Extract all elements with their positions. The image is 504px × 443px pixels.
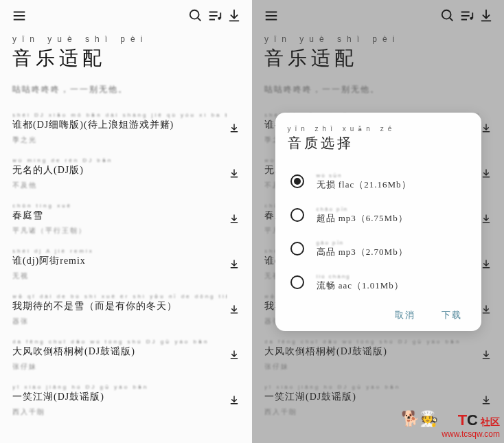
song-title: 谁(dj)阿街remix — [12, 255, 227, 267]
song-artist: 西入千朗 — [12, 407, 227, 417]
song-title: 大风吹倒梧桐树(DJ鼓谣版) — [12, 345, 227, 358]
song-title: 谁都(DJ细嗨版)(待上浪姐游戏并赌) — [12, 119, 227, 131]
song-pinyin: wú míng de rén DJ bǎn — [12, 157, 227, 163]
quality-option[interactable]: wú sǔn无损 flac（21.16Mb） — [288, 165, 469, 198]
radio-icon — [290, 208, 304, 222]
song-artist: 无视 — [12, 271, 227, 281]
app-title: 音乐适配 — [12, 45, 240, 71]
playlist-icon[interactable] — [205, 6, 225, 25]
song-item[interactable]: dà fēng chuī dǎo wú tóng shù DJ gǔ yáo b… — [10, 332, 242, 377]
song-pinyin: dà fēng chuī dǎo wú tóng shù DJ gǔ yáo b… — [12, 339, 227, 345]
hamburger-icon[interactable] — [10, 6, 29, 25]
download-song-icon[interactable] — [227, 122, 241, 135]
song-pinyin: shéi dj A jiè remix — [12, 248, 227, 254]
download-song-icon[interactable] — [227, 303, 241, 317]
radio-icon — [290, 275, 304, 289]
song-item[interactable]: wǒ qī dài de bù shì xuě ér shì yǒu nǐ de… — [10, 286, 242, 332]
option-pinyin: chāo pǐn — [317, 206, 466, 212]
song-pinyin: shéi DJ xiǎo mō bǎn dài shàng jiě qù yóu… — [12, 112, 227, 118]
app-header: yīn yuè shì pèi 音乐适配 咕咕咚咚咚，一一别无他。 — [0, 32, 252, 105]
song-artist: 器张 — [12, 317, 227, 326]
song-pinyin: yī xiào jiāng hú DJ gǔ yáo bǎn — [12, 384, 227, 390]
dialog-overlay[interactable]: yīn zhì xuǎn zé 音质选择 wú sǔn无损 flac（21.16… — [252, 0, 504, 443]
dialog-title: 音质选择 — [288, 134, 469, 152]
radio-icon — [290, 242, 304, 255]
song-item[interactable]: wú míng de rén DJ bǎn无名的人(DJ版)不及他 — [10, 150, 242, 196]
song-item[interactable]: yī xiào jiāng hú DJ gǔ yáo bǎn一笑江湖(DJ鼓谣版… — [10, 377, 242, 422]
download-song-icon[interactable] — [227, 167, 241, 181]
song-title: 一笑江湖(DJ鼓谣版) — [12, 391, 227, 403]
download-song-icon[interactable] — [227, 394, 241, 407]
search-icon[interactable] — [186, 6, 205, 25]
app-subtitle: 咕咕咚咚咚，一一别无他。 — [12, 84, 240, 95]
option-pinyin: wú sǔn — [317, 172, 466, 179]
title-pinyin: yīn yuè shì pèi — [12, 34, 240, 44]
option-label: 超品 mp3（6.75Mb） — [317, 212, 466, 225]
song-pinyin: chūn tíng xuě — [12, 203, 227, 209]
song-title: 春庭雪 — [12, 209, 227, 222]
screen-left: yīn yuè shì pèi 音乐适配 咕咕咚咚咚，一一别无他。 shéi D… — [0, 0, 252, 443]
song-item[interactable]: shéi dj A jiè remix谁(dj)阿街remix无视 — [10, 241, 242, 286]
option-label: 流畅 aac（1.01Mb） — [317, 280, 466, 292]
dialog-actions: 取消 下载 — [288, 299, 469, 324]
song-title: 无名的人(DJ版) — [12, 164, 227, 177]
song-artist: 不及他 — [12, 181, 227, 190]
download-icon[interactable] — [225, 6, 244, 25]
watermark-figure: 🐕🧑‍🍳 — [401, 410, 438, 428]
download-song-icon[interactable] — [227, 212, 241, 226]
option-pinyin: gāo pǐn — [317, 240, 466, 246]
song-item[interactable]: chūn tíng xuě春庭雪平凡诸（平行王朝） — [10, 196, 242, 241]
song-pinyin: wǒ qī dài de bù shì xuě ér shì yǒu nǐ de… — [12, 293, 227, 299]
song-list: shéi DJ xiǎo mō bǎn dài shàng jiě qù yóu… — [0, 105, 252, 422]
option-pinyin: liú chàng — [317, 273, 466, 280]
topbar — [0, 0, 252, 32]
quality-option[interactable]: chāo pǐn超品 mp3（6.75Mb） — [288, 198, 469, 232]
cancel-button[interactable]: 取消 — [395, 309, 415, 321]
song-artist: 季之光 — [12, 135, 227, 145]
quality-option[interactable]: gāo pǐn高品 mp3（2.70Mb） — [288, 232, 469, 266]
song-item[interactable]: shéi DJ xiǎo mō bǎn dài shàng jiě qù yóu… — [10, 105, 242, 150]
quality-option[interactable]: liú chàng流畅 aac（1.01Mb） — [288, 266, 469, 299]
radio-icon — [290, 174, 304, 188]
confirm-button[interactable]: 下载 — [442, 309, 462, 321]
option-label: 无损 flac（21.16Mb） — [317, 179, 466, 191]
svg-point-0 — [190, 10, 199, 19]
download-song-icon[interactable] — [227, 348, 241, 362]
download-song-icon[interactable] — [227, 258, 241, 271]
dialog-title-pinyin: yīn zhì xuǎn zé — [288, 125, 469, 133]
song-title: 我期待的不是雪（而是有你的冬天） — [12, 300, 227, 313]
screen-right: yīn yuè shì pèi 音乐适配 咕咕咚咚咚，一一别无他。 shéi D… — [252, 0, 504, 443]
song-artist: 平凡诸（平行王朝） — [12, 226, 227, 236]
quality-dialog: yīn zhì xuǎn zé 音质选择 wú sǔn无损 flac（21.16… — [275, 113, 481, 331]
option-label: 高品 mp3（2.70Mb） — [317, 246, 466, 258]
song-artist: 张仔妹 — [12, 362, 227, 372]
